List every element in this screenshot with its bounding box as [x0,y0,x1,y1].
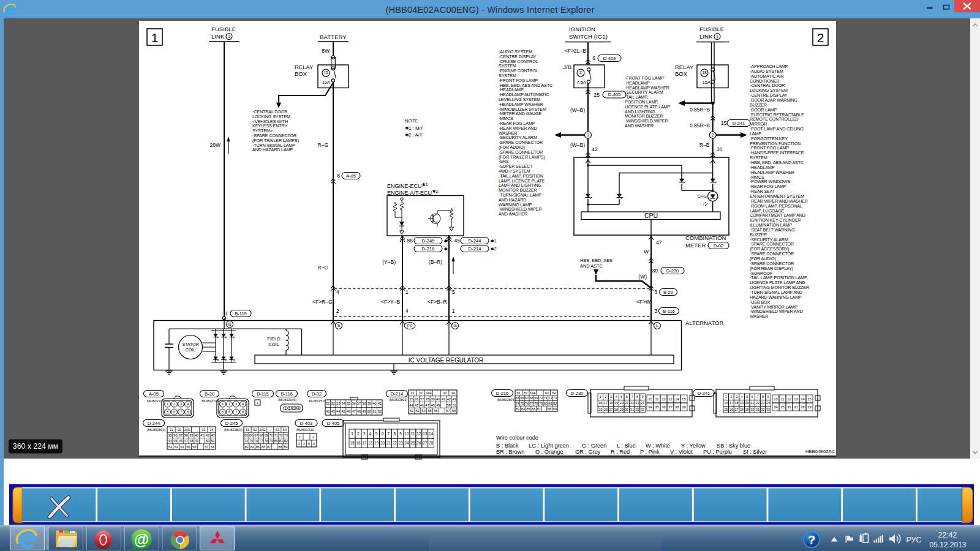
svg-text:1: 1 [452,308,455,314]
svg-text:45: 45 [173,439,177,443]
svg-text:83: 83 [244,445,248,449]
svg-text:3: 3 [654,289,657,295]
svg-text:AND HAZARD LAMP: AND HAZARD LAMP [252,147,293,152]
svg-text:36: 36 [415,397,418,401]
svg-text:81: 81 [548,402,552,405]
svg-text:3: 3 [298,442,300,446]
svg-text:5: 5 [167,410,168,414]
svg-text:36: 36 [662,405,665,409]
svg-text:39: 39 [189,433,193,437]
svg-text:58: 58 [211,445,214,449]
svg-text:5: 5 [222,410,224,414]
svg-text:1: 1 [587,133,589,137]
svg-text:15: 15 [350,441,355,445]
svg-text:FUSIBLE: FUSIBLE [211,26,236,32]
svg-text:24: 24 [766,401,770,405]
svg-text:36: 36 [352,402,355,405]
svg-text:5: 5 [746,395,748,399]
svg-text:51: 51 [211,439,214,443]
svg-text:69: 69 [534,396,538,400]
svg-text:34: 34 [341,402,345,405]
svg-text:G : Green: G : Green [582,443,606,449]
svg-text:1: 1 [299,435,301,439]
svg-text:47: 47 [352,410,355,413]
svg-text:<F>Y–B: <F>Y–B [381,299,401,305]
svg-text:53: 53 [416,409,420,413]
svg-text:25: 25 [594,92,600,98]
svg-text:54: 54 [422,409,426,413]
svg-text:46: 46 [179,439,183,443]
svg-text:79: 79 [539,402,543,405]
svg-text:2: 2 [228,402,230,406]
svg-text:14: 14 [801,397,805,401]
svg-text:D-216: D-216 [422,246,435,252]
svg-text:0.85R–B: 0.85R–B [690,107,710,113]
svg-text:31: 31 [630,408,634,411]
svg-text:AND ASTC: AND ASTC [580,263,603,269]
svg-text:88: 88 [548,407,551,411]
svg-text:✱1: ✱1 [444,239,450,243]
svg-text:2: 2 [289,407,291,410]
svg-text:6: 6 [228,410,230,414]
svg-text:V : Violet: V : Violet [670,449,693,455]
svg-text:38: 38 [426,397,429,401]
svg-text:18: 18 [609,401,613,405]
svg-text:19: 19 [740,401,744,405]
svg-text:D-214: D-214 [391,391,404,397]
svg-text:6: 6 [752,395,753,399]
svg-text:D-230: D-230 [666,268,679,274]
svg-text:9: 9 [642,395,644,399]
svg-text:86: 86 [262,445,265,449]
svg-text:BATTERY: BATTERY [320,34,347,40]
svg-text:(MU803804): (MU803804) [224,428,243,432]
svg-text:89: 89 [284,445,287,449]
svg-text:1: 1 [257,401,258,405]
svg-text:23: 23 [636,401,639,405]
svg-text:D-216: D-216 [496,391,509,396]
svg-text:LINK: LINK [211,33,225,40]
svg-text:23: 23 [761,401,765,405]
svg-text:13: 13 [668,397,672,401]
svg-text:6: 6 [626,395,628,399]
svg-text:25: 25 [410,441,415,445]
svg-text:D-230: D-230 [571,391,584,396]
svg-text:43: 43 [211,433,214,437]
svg-text:23: 23 [399,441,404,445]
svg-text:✱1: ✱1 [422,182,428,187]
svg-text:47: 47 [656,239,662,246]
svg-text:63: 63 [545,391,549,395]
svg-text:50: 50 [368,410,371,413]
svg-text:1: 1 [167,402,168,406]
svg-text:Wire colour code: Wire colour code [496,435,538,441]
svg-text:65: 65 [244,433,248,437]
svg-text:COIL: COIL [186,348,195,352]
svg-text:B-116: B-116 [663,309,675,314]
svg-text:D-245: D-245 [422,238,435,244]
svg-text:72: 72 [548,396,552,400]
svg-text:B: B [228,322,232,326]
svg-text:45: 45 [415,403,418,407]
svg-text:21: 21 [750,401,754,405]
svg-text:2: 2 [336,308,339,314]
svg-text:O : Orange: O : Orange [535,449,563,455]
svg-text:JAE: JAE [426,391,432,395]
svg-text:IC VOLTAGE REGULATOR: IC VOLTAGE REGULATOR [409,357,484,364]
svg-text:45: 45 [454,238,461,244]
svg-text:39: 39 [682,405,685,409]
svg-text:3: 3 [180,402,182,406]
svg-text:30: 30 [750,408,754,411]
svg-text:(MU803804): (MU803804) [497,398,515,402]
svg-text:86: 86 [407,238,413,244]
svg-text:72: 72 [279,433,283,437]
svg-text:D-403: D-403 [603,56,616,61]
svg-text:38: 38 [801,405,804,409]
svg-text:4: 4 [616,395,617,399]
svg-text:80: 80 [544,402,548,405]
svg-text:BR : Brown: BR : Brown [496,449,524,455]
svg-text:A-05: A-05 [149,391,159,397]
svg-text:17: 17 [604,401,608,405]
svg-text:35: 35 [655,405,658,409]
svg-text:5: 5 [620,395,622,399]
svg-text:69: 69 [264,433,268,437]
svg-text:1: 1 [222,402,224,406]
